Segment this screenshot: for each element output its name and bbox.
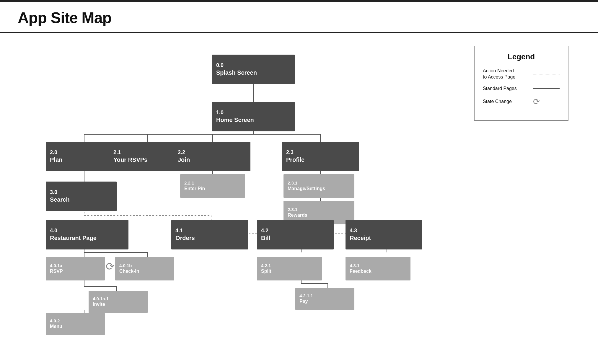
legend-row-standard: Standard Pages — [483, 86, 560, 92]
legend-box: Legend Action Neededto Access Page Stand… — [474, 46, 568, 121]
node-pay: 4.2.1.1 Pay — [295, 288, 354, 310]
state-change-icon: ⟳ — [106, 260, 115, 273]
page-title: App Site Map — [18, 9, 111, 27]
legend-state-label: State Change — [483, 99, 530, 105]
legend-dotted-line — [533, 74, 560, 74]
node-menu: 4.0.2 Menu — [46, 313, 105, 335]
node-home-screen: 1.0 Home Screen — [212, 102, 295, 131]
legend-row-state: State Change ⟳ — [483, 97, 560, 107]
node-receipt: 4.3 Receipt — [346, 220, 422, 249]
node-profile: 2.3 Profile — [282, 142, 359, 171]
node-splash-screen: 0.0 Splash Screen — [212, 55, 295, 84]
title-underline — [0, 32, 598, 33]
legend-title: Legend — [483, 52, 560, 61]
node-rsvp: 4.0.1a RSVP — [46, 257, 105, 280]
node-feedback: 4.3.1 Feedback — [346, 257, 410, 280]
node-bill: 4.2 Bill — [257, 220, 334, 249]
legend-state-icon: ⟳ — [533, 97, 540, 107]
legend-solid-line — [533, 88, 560, 89]
node-enter-pin: 2.2.1 Enter Pin — [180, 174, 245, 198]
node-orders: 4.1 Orders — [171, 220, 248, 249]
legend-action-label: Action Neededto Access Page — [483, 68, 530, 80]
node-search: 3.0 Search — [46, 182, 117, 211]
top-border — [0, 0, 598, 2]
legend-row-action: Action Neededto Access Page — [483, 68, 560, 80]
node-join: 2.2 Join — [174, 142, 250, 171]
node-restaurant-page: 4.0 Restaurant Page — [46, 220, 128, 249]
node-split: 4.2.1 Split — [257, 257, 322, 280]
legend-standard-label: Standard Pages — [483, 86, 530, 92]
node-invite: 4.0.1a.1 Invite — [89, 291, 148, 313]
node-manage-settings: 2.3.1 Manage/Settings — [283, 174, 354, 198]
node-check-in: 4.0.1b Check-In — [115, 257, 174, 280]
